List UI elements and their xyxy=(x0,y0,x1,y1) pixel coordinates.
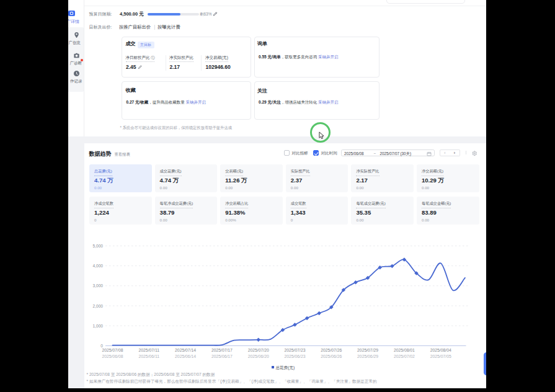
svg-text:2025/06/11: 2025/06/11 xyxy=(138,354,159,359)
svg-text:2025/07/11: 2025/07/11 xyxy=(138,348,159,352)
svg-text:2025/06/20: 2025/06/20 xyxy=(247,354,269,359)
svg-text:2025/07/29: 2025/07/29 xyxy=(357,348,378,352)
svg-text:2025/07/17: 2025/07/17 xyxy=(211,348,232,352)
svg-text:2025/07/20: 2025/07/20 xyxy=(247,348,269,352)
svg-text:5,000: 5,000 xyxy=(92,244,103,248)
svg-text:4,000: 4,000 xyxy=(92,264,103,268)
svg-text:3,000: 3,000 xyxy=(92,283,103,288)
svg-text:2025/07/23: 2025/07/23 xyxy=(284,348,305,352)
svg-text:2025/06/26: 2025/06/26 xyxy=(321,354,342,359)
svg-text:2025/06/08: 2025/06/08 xyxy=(102,354,123,359)
svg-text:2025/06/23: 2025/06/23 xyxy=(284,354,305,359)
svg-text:2025/07/05: 2025/07/05 xyxy=(430,354,451,359)
svg-text:2025/08/01: 2025/08/01 xyxy=(393,348,414,352)
svg-text:2025/07/14: 2025/07/14 xyxy=(175,348,196,352)
svg-text:2025/06/14: 2025/06/14 xyxy=(175,354,196,359)
svg-text:1,000: 1,000 xyxy=(92,324,103,328)
svg-text:2025/08/04: 2025/08/04 xyxy=(430,348,451,352)
svg-text:2025/07/08: 2025/07/08 xyxy=(102,348,123,352)
svg-text:2025/06/29: 2025/06/29 xyxy=(357,354,378,359)
svg-text:2025/07/26: 2025/07/26 xyxy=(321,348,342,352)
svg-text:2025/06/17: 2025/06/17 xyxy=(211,354,232,359)
svg-text:2,000: 2,000 xyxy=(92,304,103,308)
svg-text:2025/07/02: 2025/07/02 xyxy=(393,354,414,359)
